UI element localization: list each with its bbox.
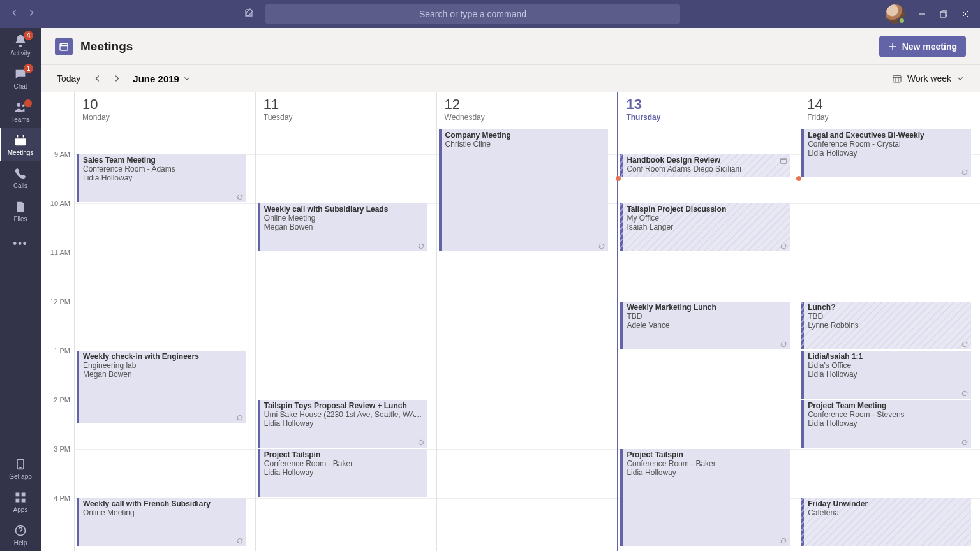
rail-meetings[interactable]: Meetings [0, 128, 41, 161]
calendar-event[interactable]: Project Team MeetingConference Room - St… [801, 400, 971, 448]
event-location: Online Meeting [83, 508, 242, 517]
event-organizer: Lidia Holloway [808, 149, 967, 158]
calendar-event[interactable]: Lunch?TBDLynne Robbins [801, 302, 971, 349]
rail-label: Get app [9, 473, 32, 480]
hour-label: 4 PM [54, 494, 70, 502]
svg-rect-0 [940, 12, 946, 17]
avatar[interactable] [886, 4, 905, 24]
calendar-event[interactable]: Project TailspinConference Room - BakerL… [620, 449, 790, 546]
rail-activity[interactable]: Activity 4 [0, 28, 41, 61]
day-column[interactable]: 11TuesdayWeekly call with Subsidiary Lea… [255, 92, 436, 551]
day-number: 11 [264, 96, 429, 113]
hour-line [256, 253, 436, 253]
event-organizer: Adele Vance [627, 321, 786, 330]
window-minimize-icon[interactable] [917, 10, 926, 18]
event-location: Conference Room - Crystal [808, 140, 967, 149]
calendar-event[interactable]: Sales Team MeetingConference Room - Adam… [77, 154, 246, 202]
meetings-page-icon [55, 38, 73, 55]
calendar-event[interactable]: Tailspin Project DiscussionMy OfficeIsai… [620, 203, 790, 251]
calendar-event[interactable]: Weekly Marketing LunchTBDAdele Vance [620, 302, 790, 349]
calendar-event[interactable]: Lidia/Isaiah 1:1Lidia's OfficeLidia Holl… [801, 351, 971, 399]
rail-label: Files [13, 216, 27, 223]
event-title: Handbook Design Review [627, 156, 786, 165]
hour-line [618, 253, 799, 253]
file-icon [13, 199, 28, 214]
rail-more[interactable]: ••• [0, 227, 41, 260]
nav-forward-icon[interactable] [27, 8, 36, 20]
search-input[interactable]: Search or type a command [265, 4, 680, 24]
rail-help[interactable]: Help [0, 518, 41, 551]
hour-line [618, 400, 799, 400]
rail-getapp[interactable]: Get app [0, 452, 41, 485]
calendar-event[interactable]: Weekly call with French SubsidiaryOnline… [77, 498, 246, 546]
hour-label: 11 AM [50, 249, 70, 256]
event-location: Engineering lab [83, 361, 242, 370]
hour-line [618, 351, 799, 351]
event-organizer: Lidia Holloway [83, 173, 242, 182]
hour-line [437, 400, 618, 400]
hour-line [75, 302, 255, 302]
teams-badge [24, 99, 32, 107]
calendar-event[interactable]: Weekly call with Subsidiary LeadsOnline … [258, 203, 427, 251]
calendar-event[interactable]: Tailspin Toys Proposal Review + LunchUmi… [258, 400, 427, 448]
left-rail: Activity 4 Chat 1 Teams Meetings Calls F… [0, 28, 41, 551]
calendar-event[interactable]: Legal and Executives Bi-WeeklyConference… [801, 129, 971, 177]
event-title: Project Team Meeting [808, 401, 967, 410]
prev-period-button[interactable] [88, 69, 107, 88]
rail-calls[interactable]: Calls [0, 161, 41, 194]
current-month[interactable]: June 2019 [133, 73, 191, 84]
svg-point-1 [17, 103, 21, 107]
now-indicator [618, 179, 799, 179]
day-name: Friday [807, 113, 972, 122]
month-label-text: June 2019 [133, 73, 179, 84]
calendar-event[interactable]: Friday UnwinderCafeteria [801, 498, 971, 546]
rail-apps[interactable]: Apps [0, 485, 41, 518]
event-title: Weekly call with Subsidiary Leads [264, 205, 424, 214]
event-title: Weekly check-in with Engineers [83, 352, 242, 361]
rail-teams[interactable]: Teams [0, 94, 41, 128]
day-name: Monday [82, 113, 248, 122]
hour-label: 9 AM [54, 151, 70, 158]
event-organizer: Megan Bowen [83, 370, 242, 379]
day-column[interactable]: 10MondaySales Team MeetingConference Roo… [74, 92, 255, 551]
rail-chat[interactable]: Chat 1 [0, 61, 41, 94]
new-meeting-button[interactable]: New meeting [879, 36, 966, 57]
compose-icon[interactable] [244, 8, 254, 20]
window-maximize-icon[interactable] [939, 10, 948, 18]
event-location: TBD [627, 312, 786, 321]
event-location: Conference Room - Baker [264, 459, 424, 468]
event-title: Project Tailspin [264, 450, 424, 459]
calendar-event[interactable]: Weekly check-in with EngineersEngineerin… [77, 351, 246, 423]
day-name: Wednesday [445, 113, 610, 122]
event-title: Legal and Executives Bi-Weekly [808, 131, 967, 140]
calendar-event[interactable]: Project TailspinConference Room - BakerL… [258, 449, 427, 497]
event-title: Company Meeting [445, 131, 605, 140]
day-column[interactable]: 14FridayLegal and Executives Bi-WeeklyCo… [799, 92, 980, 551]
next-period-button[interactable] [107, 69, 126, 88]
event-title: Lidia/Isaiah 1:1 [808, 352, 967, 361]
rail-files[interactable]: Files [0, 194, 41, 227]
calendar-event[interactable]: Handbook Design ReviewConf Room Adams Di… [620, 154, 790, 178]
hour-line [75, 203, 255, 204]
event-title: Project Tailspin [627, 450, 786, 459]
day-column[interactable]: 13ThursdayHandbook Design ReviewConf Roo… [617, 92, 799, 551]
hour-line [256, 351, 436, 351]
day-header: 13Thursday [618, 92, 799, 129]
calendar-grid[interactable]: 9 AM10 AM11 AM12 PM1 PM2 PM3 PM4 PM10Mon… [41, 92, 980, 551]
svg-rect-6 [16, 492, 20, 496]
event-title: Weekly Marketing Lunch [627, 303, 786, 312]
window-close-icon[interactable] [961, 10, 970, 18]
hour-line [799, 253, 980, 253]
event-organizer: Lidia Holloway [264, 468, 424, 477]
hour-label: 2 PM [54, 396, 70, 404]
day-column[interactable]: 12WednesdayCompany MeetingChristie Cline [436, 92, 618, 551]
help-icon [13, 523, 28, 538]
view-picker[interactable]: Work week [892, 73, 964, 84]
now-dot [616, 176, 621, 181]
nav-back-icon[interactable] [10, 8, 19, 20]
today-button[interactable]: Today [57, 73, 80, 84]
event-organizer: Isaiah Langer [627, 223, 786, 231]
hour-line [75, 253, 255, 253]
event-location: Conference Room - Baker [627, 459, 786, 468]
calendar-event[interactable]: Company MeetingChristie Cline [439, 129, 609, 251]
